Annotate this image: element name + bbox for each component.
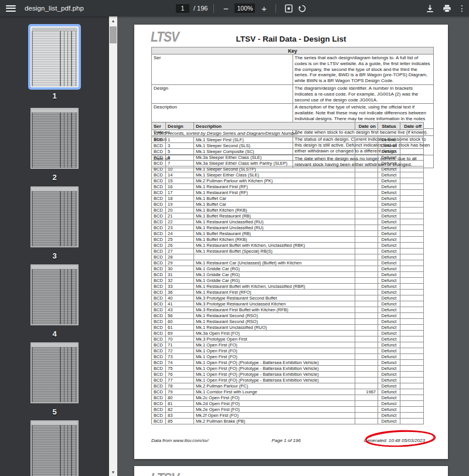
cell-dateoff [400, 354, 424, 360]
thumbnail-image[interactable] [30, 108, 79, 169]
cell-dateoff [400, 313, 424, 319]
cell-dateon [355, 155, 378, 161]
cell-dateon [355, 413, 378, 419]
cell-dateoff [400, 295, 424, 301]
cell-status: Defunct [378, 290, 400, 295]
page-title: LTSV - Rail Data - Design List [134, 35, 448, 43]
cell-design: 15 [166, 178, 194, 184]
cell-status: Defunct [378, 313, 400, 319]
cell-status: Defunct [378, 260, 400, 266]
column-header-ser: Ser [152, 123, 166, 130]
cell-status: Defunct [378, 378, 400, 383]
cell-ser: BCD [152, 383, 166, 389]
thumbnail-image[interactable] [30, 342, 79, 403]
cell-status: Defunct [378, 266, 400, 272]
cell-dateoff [400, 278, 424, 284]
cell-desc: Mk.1 Sleeper Second (SLSTP) [194, 166, 355, 172]
key-term: Ser [152, 55, 293, 85]
cell-ser: BCD [152, 313, 166, 319]
table-row: BCD73Mk.1 Open First (FO)Defunct [152, 354, 424, 360]
cell-ser: BCD [152, 301, 166, 307]
menu-toggle-icon[interactable] [6, 5, 16, 12]
cell-dateoff [400, 213, 424, 219]
cell-ser: BCD [152, 290, 166, 295]
cell-desc: Mk.1 Open First (FO) [194, 342, 355, 348]
thumbnail-page-3[interactable]: 3 [30, 186, 79, 260]
cell-dateoff [400, 360, 424, 366]
cell-desc: Mk.1 Restaurant Unclassified (RU) [194, 225, 355, 231]
toolbar-divider [276, 4, 276, 13]
cell-dateon [355, 202, 378, 208]
table-row: BCD32Mk.1 Griddle Car (RG)Defunct [152, 278, 424, 284]
cell-ser: BCD [152, 166, 166, 172]
cell-design: 31 [166, 272, 194, 278]
column-header-date-on: Date on [355, 123, 378, 130]
cell-dateoff [400, 401, 424, 407]
thumbnail-number: 4 [30, 329, 79, 338]
cell-ser: BCD [152, 331, 166, 336]
cell-design: 33 [166, 284, 194, 290]
cell-ser: BCD [152, 319, 166, 325]
thumbnail-image[interactable] [30, 264, 79, 325]
cell-status: Defunct [378, 184, 400, 190]
cell-design: 32 [166, 278, 194, 284]
thumbnail-page-1[interactable]: 1 [30, 26, 79, 100]
cell-desc: Mk.2 Pullman Parlour with Kitchen (PK) [194, 178, 355, 184]
cell-dateon [355, 266, 378, 272]
cell-design: 69 [166, 331, 194, 336]
cell-desc: Mk.1 Open First (FO) [194, 348, 355, 354]
cell-status: Defunct [378, 278, 400, 284]
cell-design: 19 [166, 202, 194, 208]
thumbnail-image[interactable] [30, 186, 79, 247]
thumbnail-page-2[interactable]: 2 [30, 108, 79, 182]
cell-dateoff [400, 372, 424, 378]
thumbnail-image[interactable] [30, 420, 79, 476]
pdf-viewer-app: design_list_pdf.php / 196 − 100% + [0, 0, 469, 476]
cell-dateon [355, 301, 378, 307]
table-row: BCD76Mk.1 Open First (FO) (Prototype - B… [152, 372, 424, 378]
cell-desc: Mk.3 Prototype Restaurant Second Buffet [194, 295, 355, 301]
scroll-up-icon[interactable]: ▲ [109, 16, 117, 25]
key-table-header: Key [152, 47, 434, 55]
cell-ser: BCD [152, 278, 166, 284]
table-row: BCD30Mk.1 Griddle Car (RG)Defunct [152, 266, 424, 272]
cell-dateoff [400, 225, 424, 231]
sidebar-scrollbar[interactable]: ▲ ▼ [109, 16, 117, 476]
cell-dateon [355, 166, 378, 172]
zoom-out-button[interactable]: − [220, 0, 232, 16]
print-icon[interactable] [440, 0, 454, 16]
cell-desc [194, 254, 355, 260]
cell-status: Defunct [378, 307, 400, 313]
more-options-icon[interactable]: ⋮ [457, 0, 467, 16]
cell-dateon [355, 219, 378, 225]
cell-desc: Mk.1 Open First (FO) (Prototype - Batter… [194, 366, 355, 372]
cell-status: Defunct [378, 231, 400, 237]
cell-design: 18 [166, 196, 194, 202]
scrollbar-thumb[interactable] [110, 26, 117, 43]
thumbnail-image[interactable] [30, 26, 79, 87]
thumbnail-page-6[interactable] [30, 420, 79, 476]
scroll-down-icon[interactable]: ▼ [109, 468, 117, 476]
cell-dateoff [400, 149, 424, 155]
cell-design: 24 [166, 231, 194, 237]
table-row: BCD17Mk.1 Restaurant First (RF)Defunct [152, 190, 424, 196]
cell-ser: BCD [152, 219, 166, 225]
cell-dateoff [400, 319, 424, 325]
table-row: BCD82Mk.2e Open First (FO)Defunct [152, 407, 424, 413]
zoom-in-button[interactable]: + [258, 0, 270, 16]
thumbnail-page-4[interactable]: 4 [30, 264, 79, 338]
toolbar-divider [213, 4, 214, 13]
download-icon[interactable] [423, 0, 437, 16]
cell-dateon [355, 419, 378, 424]
fit-page-icon[interactable] [282, 0, 295, 16]
cell-design: 79 [166, 389, 194, 395]
cell-design: 27 [166, 249, 194, 254]
table-row: BCD41Mk.3 Prototype Restaurant Unclassed… [152, 301, 424, 307]
cell-desc: Mk.1 Restaurant Car (Unclassed) (Buffet)… [194, 260, 355, 266]
cell-dateoff [400, 184, 424, 190]
page-number-input[interactable] [176, 4, 189, 13]
rotate-icon[interactable] [295, 0, 309, 16]
cell-ser: BCD [152, 419, 166, 424]
thumbnail-page-5[interactable]: 5 [30, 342, 79, 416]
cell-dateon [355, 172, 378, 178]
